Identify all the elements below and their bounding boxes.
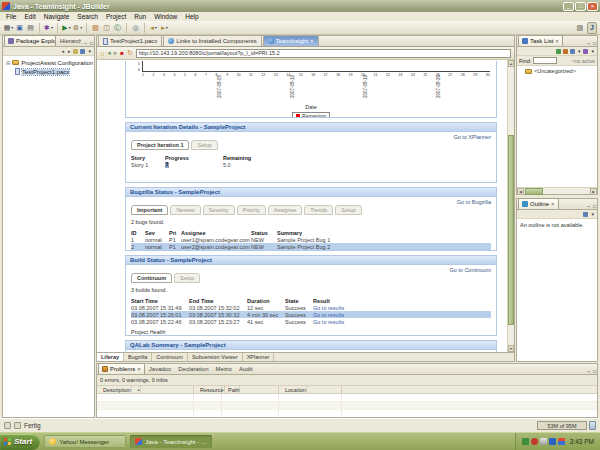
close-icon[interactable]: × [137, 366, 141, 372]
go-to-bugzilla-link[interactable]: Go to Bugzilla [457, 199, 491, 205]
tab-trends[interactable]: Trends [304, 205, 333, 215]
link-with-editor-icon[interactable] [583, 212, 588, 217]
table-row-selected[interactable]: 03.08.2007 15:26:01 03.08.2007 15:30:32 … [131, 311, 491, 318]
start-button[interactable]: Start [0, 434, 40, 450]
view-menu-icon[interactable]: ▾ [87, 48, 92, 54]
new-package-button[interactable]: ◫ [101, 22, 112, 34]
tab-task-list[interactable]: Task List × [518, 35, 563, 46]
taskbar-item-yahoo-messenger[interactable]: Yahoo! Messenger [44, 435, 126, 448]
column-description[interactable]: Description▲ [97, 386, 194, 393]
minimize-button[interactable]: _ [563, 2, 574, 11]
task-list-hscrollbar[interactable]: ◀ ▶ [517, 187, 597, 194]
new-java-project-button[interactable]: ▧ [90, 22, 101, 34]
home-icon[interactable]: ⌂ [100, 50, 104, 57]
forward-icon[interactable]: ▸ [67, 48, 72, 54]
scroll-down-icon[interactable]: ▼ [508, 345, 514, 352]
menu-window[interactable]: Window [150, 13, 181, 20]
tab-newest[interactable]: Newest [170, 205, 200, 215]
collapse-all-icon[interactable] [73, 49, 78, 54]
new-wizard-button[interactable]: ▦▾ [3, 22, 14, 34]
go-to-results-link[interactable]: Go to results [313, 312, 491, 318]
tab-priority[interactable]: Priority [237, 205, 266, 215]
column-path[interactable]: Path [222, 386, 279, 393]
minimize-icon[interactable]: – [586, 368, 591, 374]
menu-file[interactable]: File [2, 13, 20, 20]
page-tab-continuum[interactable]: Continuum [152, 353, 188, 361]
link-with-editor-icon[interactable] [80, 49, 85, 54]
tab-declaration[interactable]: Declaration [175, 363, 211, 374]
categorize-icon[interactable] [563, 49, 568, 54]
editor-tab-testproject1[interactable]: TestProject1.pacx [98, 35, 162, 46]
tab-metric[interactable]: Metric [213, 363, 235, 374]
close-icon[interactable]: × [555, 38, 559, 44]
refresh-icon[interactable]: ↻ [127, 49, 133, 57]
forward-history-button[interactable]: ▸▾ [159, 22, 170, 34]
scrollbar-thumb[interactable] [508, 135, 514, 325]
debug-button[interactable]: ✱▾ [43, 22, 54, 34]
find-input[interactable] [533, 57, 557, 64]
volume-tray-icon[interactable] [540, 438, 547, 445]
page-tab-liferay[interactable]: Liferay [97, 353, 124, 361]
maximize-icon[interactable]: □ [592, 203, 597, 209]
uncategorized-item[interactable]: <Uncategorized> [519, 68, 595, 74]
antivirus-tray-icon[interactable] [522, 438, 529, 445]
scroll-left-icon[interactable]: ◀ [517, 188, 524, 195]
chevron-down-icon[interactable]: ▾ [577, 48, 582, 54]
editor-tab-links[interactable]: Links to Installed Components [163, 35, 261, 46]
external-tools-button[interactable]: ⚙▾ [72, 22, 83, 34]
stop-icon[interactable]: ■ [120, 50, 124, 56]
page-tab-xplanner[interactable]: XPlanner [243, 353, 275, 361]
tab-assignee[interactable]: Assignee [268, 205, 303, 215]
maximize-icon[interactable]: □ [592, 40, 597, 46]
tab-important[interactable]: Important [131, 205, 168, 215]
focus-on-workweek-icon[interactable] [583, 49, 588, 54]
go-to-results-link[interactable]: Go to results [313, 319, 491, 325]
tab-setup[interactable]: Setup [174, 273, 200, 283]
editor-tab-teaminsight[interactable]: TeamInsight × [263, 35, 319, 46]
menu-navigate[interactable]: Navigate [40, 13, 74, 20]
tab-project-iteration-1[interactable]: Project Iteration 1 [131, 140, 189, 150]
page-tab-subversion-viewer[interactable]: Subversion Viewer [188, 353, 243, 361]
tab-continuum[interactable]: Continuum [131, 273, 172, 283]
tab-package-explorer[interactable]: Package Explorer × [4, 35, 56, 46]
back-icon[interactable]: ◂ [107, 49, 111, 57]
garbage-collect-icon[interactable] [589, 421, 596, 430]
back-history-button[interactable]: ◂▾ [148, 22, 159, 34]
menu-run[interactable]: Run [130, 13, 150, 20]
new-class-button[interactable]: Ⓒ [112, 22, 123, 34]
column-resource[interactable]: Resource [194, 386, 222, 393]
go-to-continuum-link[interactable]: Go to Continuum [449, 267, 491, 273]
scroll-up-icon[interactable]: ▲ [508, 60, 514, 67]
tab-setup[interactable]: Setup [191, 140, 217, 150]
tab-javadoc[interactable]: Javadoc [146, 363, 174, 374]
java-perspective-button[interactable]: J [587, 22, 597, 34]
menu-project[interactable]: Project [102, 13, 130, 20]
tab-severity[interactable]: Severity [203, 205, 235, 215]
go-to-xplanner-link[interactable]: Go to XPlanner [453, 134, 491, 140]
back-icon[interactable]: ◂ [60, 48, 65, 54]
view-menu-icon[interactable]: ▾ [590, 211, 595, 217]
table-row[interactable]: 1 normal P1 user1@spam.codegear.com NEW … [131, 236, 491, 243]
url-input[interactable] [136, 49, 511, 58]
table-row[interactable]: 03.08.2007 15:31:49 03.08.2007 15:32:02 … [131, 304, 491, 311]
save-button[interactable]: ▣ [14, 22, 25, 34]
search-button[interactable]: ◎ [130, 22, 141, 34]
minimize-icon[interactable]: – [83, 40, 88, 46]
menu-edit[interactable]: Edit [20, 13, 39, 20]
tree-item-projectassist-configurations[interactable]: ⊟ ProjectAssist Configurations [4, 58, 93, 67]
tree-item-testproject1[interactable]: TestProject1.pacx [4, 67, 93, 76]
maximize-button[interactable]: □ [575, 2, 586, 11]
open-perspective-button[interactable]: ▨ [574, 22, 585, 34]
close-icon[interactable]: × [551, 201, 555, 207]
minimize-icon[interactable]: – [586, 203, 591, 209]
expander-icon[interactable]: ⊟ [6, 60, 10, 66]
security-tray-icon[interactable] [558, 438, 565, 445]
menu-search[interactable]: Search [73, 13, 102, 20]
forward-icon[interactable]: ▸ [114, 49, 118, 57]
messenger-tray-icon[interactable] [531, 438, 538, 445]
print-button[interactable]: ▤ [25, 22, 36, 34]
table-row-selected[interactable]: 2 normal P1 user2@spam.codegear.com NEW … [131, 243, 491, 250]
tab-setup[interactable]: Setup [335, 205, 361, 215]
tab-problems[interactable]: Problems × [98, 363, 145, 374]
go-to-results-link[interactable]: Go to results [313, 305, 491, 311]
